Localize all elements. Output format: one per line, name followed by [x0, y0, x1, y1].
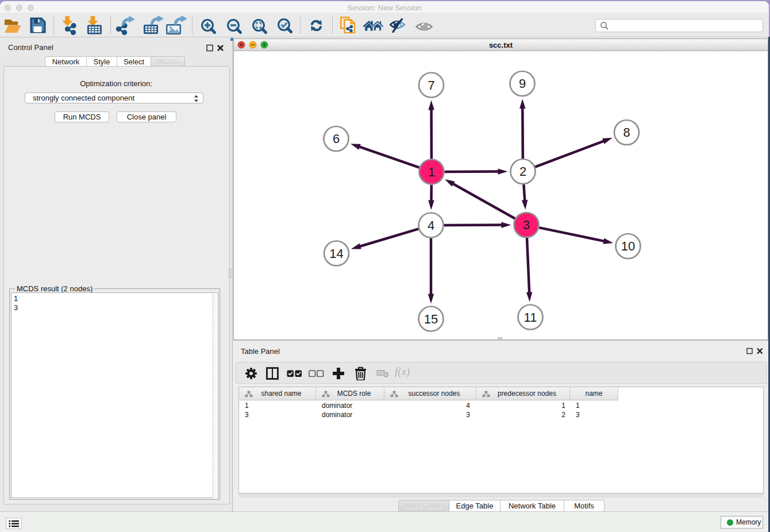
svg-text:15: 15 — [424, 312, 438, 326]
svg-text:8: 8 — [623, 125, 630, 140]
svg-text:2: 2 — [519, 164, 526, 179]
svg-text:4: 4 — [428, 218, 434, 233]
svg-text:6: 6 — [333, 132, 340, 146]
svg-text:10: 10 — [621, 239, 635, 253]
svg-text:9: 9 — [519, 76, 526, 91]
svg-text:3: 3 — [523, 218, 530, 232]
svg-text:14: 14 — [329, 246, 343, 261]
svg-text:1: 1 — [428, 165, 435, 179]
svg-text:11: 11 — [524, 310, 537, 325]
svg-text:7: 7 — [428, 78, 434, 92]
